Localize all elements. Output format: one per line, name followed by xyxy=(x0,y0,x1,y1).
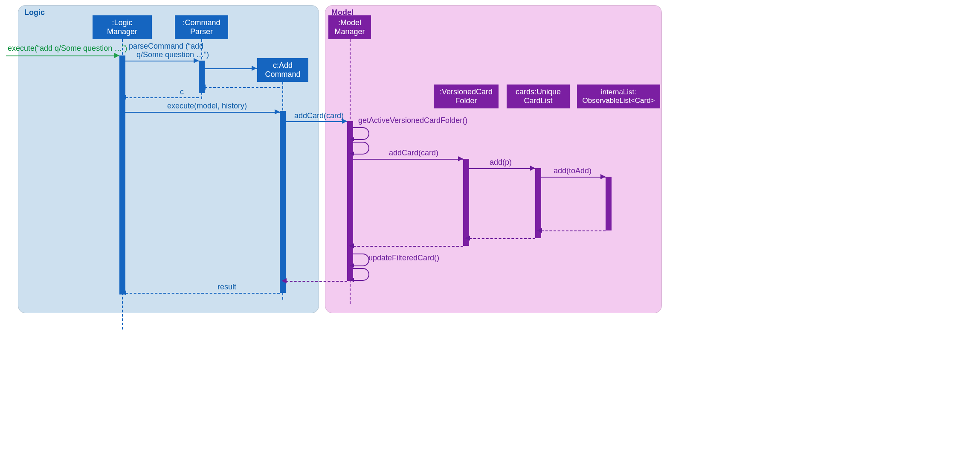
msg-addcard2: addCard(card) xyxy=(389,149,438,157)
lifeline-label: internaList: ObservableList<Card> xyxy=(582,88,655,105)
lifeline-head-model-manager: :Model Manager xyxy=(328,15,371,39)
arrowhead-icon xyxy=(275,109,280,114)
msg-addcard2-line xyxy=(353,159,463,160)
lifeline-head-command-parser: :Command Parser xyxy=(175,15,228,39)
lifeline-label: c:Add Command xyxy=(265,61,300,79)
msg-getactive: getActiveVersionedCardFolder() xyxy=(358,116,467,125)
arrowhead-icon xyxy=(537,228,542,233)
msg-execute-model: execute(model, history) xyxy=(167,102,247,111)
msg-return-c: c xyxy=(180,87,184,96)
lifeline-head-add-command: c:Add Command xyxy=(257,58,308,82)
msg-parsecommand-l2: q/Some question …”) xyxy=(136,50,209,59)
arrowhead-icon xyxy=(530,166,535,171)
msg-return-c-line xyxy=(125,97,199,98)
activation-versioned-card-folder xyxy=(463,159,469,246)
lifeline-label: :Model Manager xyxy=(334,18,365,36)
arrowhead-icon xyxy=(200,85,206,90)
msg-parsecommand-line xyxy=(125,61,199,61)
msg-execute-model-line xyxy=(125,112,280,113)
msg-addtoadd-line xyxy=(541,177,606,178)
msg-parsecommand-l1: parseCommand (“add xyxy=(129,42,203,51)
activation-observable-list xyxy=(606,177,612,230)
return-unique-line xyxy=(469,238,535,239)
lifeline-label: :Logic Manager xyxy=(107,18,137,36)
msg-updatefiltered: updateFilteredCard() xyxy=(368,254,439,262)
msg-addcard1: addCard(card) xyxy=(294,111,344,120)
arrowhead-icon xyxy=(252,66,257,71)
arrowhead-icon xyxy=(121,290,126,295)
msg-addp-line xyxy=(469,168,535,169)
lifeline-head-versioned-card-folder: :VersionedCard Folder xyxy=(434,85,499,108)
activation-model-manager xyxy=(347,121,353,281)
lifeline-label: :Command Parser xyxy=(183,18,220,36)
lifeline-head-logic-manager: :Logic Manager xyxy=(93,15,152,39)
arrowhead-icon xyxy=(458,156,463,161)
self-call-return-loop-icon xyxy=(353,142,369,155)
arrowhead-icon xyxy=(281,278,287,283)
sequence-diagram: Logic Model :Logic Manager :Command Pars… xyxy=(0,0,980,449)
return-result-line xyxy=(125,293,280,294)
lifeline-label: cards:Unique CardList xyxy=(516,87,561,105)
package-logic-title: Logic xyxy=(24,8,45,17)
msg-addtoadd: add(toAdd) xyxy=(554,166,591,175)
lifeline-head-unique-card-list: cards:Unique CardList xyxy=(507,85,570,108)
return-versioned-line xyxy=(353,246,463,247)
msg-addp: add(p) xyxy=(490,158,512,167)
self-call-loop-icon xyxy=(353,254,369,266)
return-modelmanager-line xyxy=(286,281,347,282)
self-call-loop-icon xyxy=(353,127,369,140)
self-call-return-loop-icon xyxy=(353,268,369,281)
msg-execute-in: execute(“add q/Some question …”) xyxy=(8,44,127,53)
msg-create-addcommand-line xyxy=(205,68,257,69)
msg-return-addcommand-line xyxy=(205,87,280,88)
msg-addcard1-line xyxy=(286,121,347,122)
arrowhead-icon xyxy=(465,236,470,241)
msg-execute-in-line xyxy=(6,55,119,56)
activation-logic-manager xyxy=(119,55,125,294)
return-observable-line xyxy=(541,230,606,231)
arrowhead-icon xyxy=(600,174,606,179)
lifeline-label: :VersionedCard Folder xyxy=(440,87,493,105)
activation-add-command xyxy=(280,111,286,293)
lifeline-head-observable-list: internaList: ObservableList<Card> xyxy=(577,85,660,108)
arrowhead-icon xyxy=(349,243,354,248)
arrowhead-icon xyxy=(114,53,119,58)
arrowhead-icon xyxy=(121,95,126,100)
msg-result: result xyxy=(217,283,236,292)
